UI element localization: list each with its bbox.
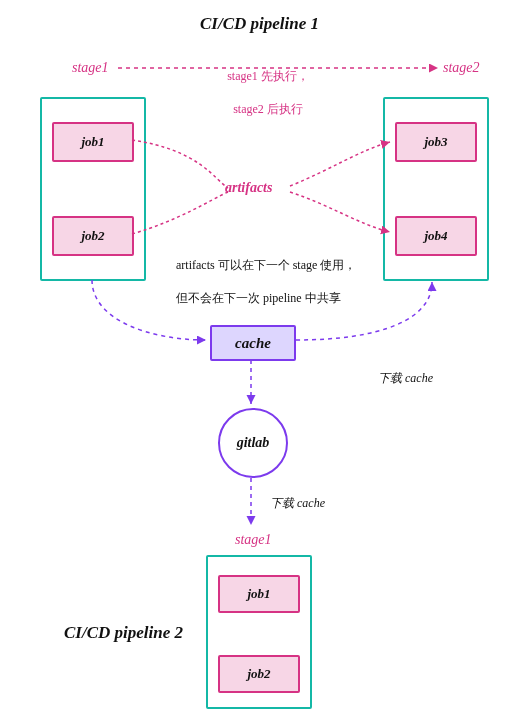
arrow-artifacts-to-job4 [290,192,390,232]
gitlab-label: gitlab [237,435,270,451]
arrow-job1-to-artifacts [132,140,228,188]
p1-stage2-job3: job3 [395,122,477,162]
job-label: job4 [424,228,447,244]
pipeline1-title: CI/CD pipeline 1 [200,14,319,34]
job-label: job1 [247,586,270,602]
stage-order-note: stage1 先执行， stage2 后执行 [210,51,320,118]
artifacts-note-l2: 但不会在下一次 pipeline 中共享 [176,291,341,305]
stage-order-note-l1: stage1 先执行， [227,69,309,83]
pipeline2-title: CI/CD pipeline 2 [64,623,183,643]
cache-label: cache [235,335,271,352]
job-label: job2 [247,666,270,682]
download-cache-right: 下载 cache [378,370,433,387]
p2-stage1-label: stage1 [235,532,272,548]
artifacts-note-l1: artifacts 可以在下一个 stage 使用， [176,258,356,272]
arrow-artifacts-to-job3 [290,142,390,186]
stage2-label: stage2 [443,60,480,76]
p1-stage2-job4: job4 [395,216,477,256]
stage1-label: stage1 [72,60,109,76]
artifacts-note: artifacts 可以在下一个 stage 使用， 但不会在下一次 pipel… [170,240,390,307]
download-cache-bottom: 下载 cache [270,495,325,512]
job-label: job3 [424,134,447,150]
p1-stage1-job1: job1 [52,122,134,162]
p2-stage1-job1: job1 [218,575,300,613]
p1-stage1-job2: job2 [52,216,134,256]
artifacts-label: artifacts [225,180,272,196]
job-label: job1 [81,134,104,150]
gitlab-circle: gitlab [218,408,288,478]
job-label: job2 [81,228,104,244]
cache-box: cache [210,325,296,361]
stage-order-note-l2: stage2 后执行 [233,102,303,116]
p2-stage1-job2: job2 [218,655,300,693]
arrow-job2-to-artifacts [132,192,228,234]
